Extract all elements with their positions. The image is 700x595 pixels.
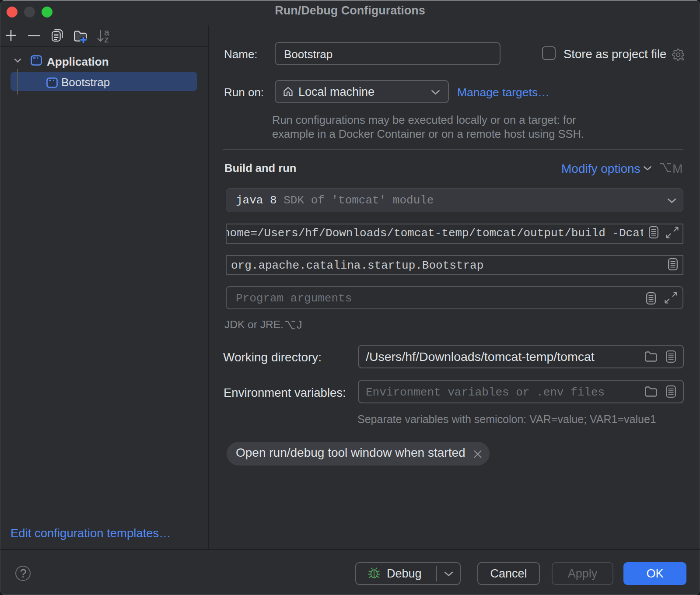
svg-text:z: z [104,34,109,44]
